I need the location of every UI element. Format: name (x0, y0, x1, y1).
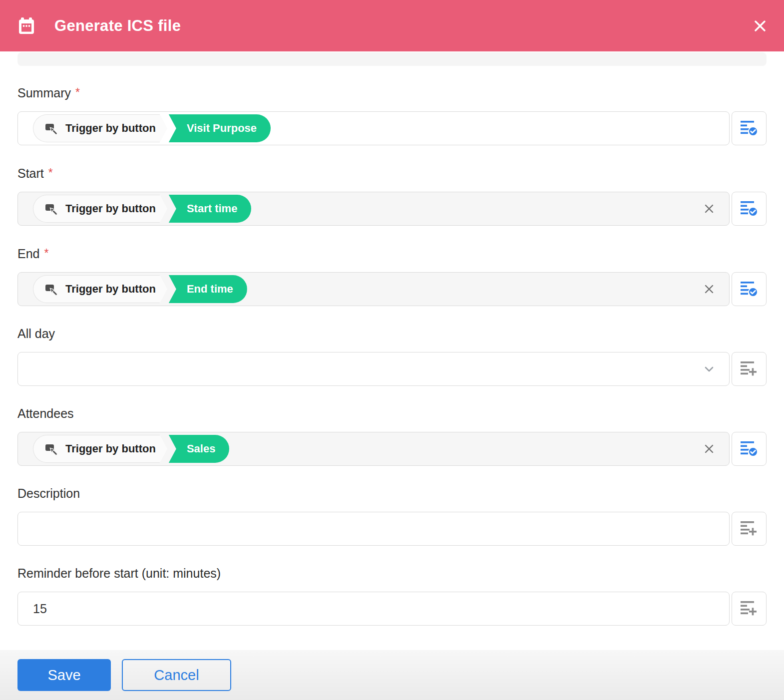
calendar-icon (16, 16, 36, 36)
list-check-icon (740, 440, 759, 457)
end-input[interactable]: Trigger by button End time (17, 272, 730, 306)
insert-field-button-start[interactable] (732, 192, 767, 226)
field-label-start: Start* (17, 165, 767, 181)
tag-value-label: Sales (169, 435, 230, 463)
tag-arrow (160, 195, 167, 223)
insert-field-button-summary[interactable] (732, 111, 767, 145)
tag-value-label: Start time (169, 195, 251, 223)
summary-input[interactable]: Trigger by button Visit Purpose (17, 111, 730, 145)
attendees-input[interactable]: Trigger by button Sales (17, 432, 730, 466)
mapped-tag-summary[interactable]: Trigger by button Visit Purpose (33, 114, 271, 142)
mapped-tag-end[interactable]: Trigger by button End time (33, 275, 247, 303)
field-end: Trigger by button End time (17, 272, 767, 306)
chevron-down-icon[interactable] (702, 362, 716, 376)
required-marker: * (75, 86, 80, 99)
tag-arrow (160, 435, 167, 463)
required-marker: * (48, 166, 53, 179)
mapped-tag-attendees[interactable]: Trigger by button Sales (33, 435, 229, 463)
field-label-reminder: Reminder before start (unit: minutes) (17, 566, 767, 581)
insert-field-button-attendees[interactable] (732, 432, 767, 466)
tag-source-label: Trigger by button (65, 122, 156, 135)
save-button[interactable]: Save (17, 659, 111, 691)
insert-field-button-reminder[interactable] (732, 592, 767, 626)
list-plus-icon (740, 600, 759, 617)
clear-button-attendees[interactable] (702, 442, 716, 456)
tag-source-label: Trigger by button (65, 442, 156, 455)
required-marker: * (44, 247, 48, 260)
field-label-attendees: Attendees (17, 406, 767, 421)
field-summary: Trigger by button Visit Purpose (17, 111, 767, 145)
reminder-value: 15 (33, 602, 47, 616)
field-label-end: End* (17, 246, 767, 261)
start-input[interactable]: Trigger by button Start time (17, 192, 730, 226)
field-label-summary: Summary* (17, 85, 767, 100)
list-plus-icon (740, 360, 759, 377)
x-icon (702, 442, 716, 456)
close-button[interactable] (751, 17, 769, 35)
dialog-title: Generate ICS file (54, 17, 181, 35)
tag-arrow (160, 275, 167, 303)
tag-source-label: Trigger by button (65, 202, 156, 215)
x-icon (702, 202, 716, 216)
field-start: Trigger by button Start time (17, 192, 767, 226)
form-body: Summary* Trigger by button Vi (0, 85, 784, 626)
list-plus-icon (740, 520, 759, 537)
field-description (17, 512, 767, 546)
tag-arrow (160, 114, 167, 142)
field-label-all-day: All day (17, 326, 767, 341)
insert-field-button-all-day[interactable] (732, 352, 767, 386)
reminder-input[interactable]: 15 (17, 592, 730, 626)
insert-field-button-end[interactable] (732, 272, 767, 306)
cancel-button[interactable]: Cancel (122, 659, 231, 691)
button-click-icon (44, 442, 58, 456)
mapped-tag-start[interactable]: Trigger by button Start time (33, 195, 251, 223)
clear-button-end[interactable] (702, 282, 716, 296)
description-input[interactable] (17, 512, 730, 546)
button-click-icon (44, 283, 58, 296)
tag-value-label: End time (169, 275, 247, 303)
clear-button-start[interactable] (702, 202, 716, 216)
field-all-day (17, 352, 767, 386)
dialog-header: Generate ICS file (0, 0, 784, 51)
all-day-select[interactable] (17, 352, 730, 386)
tag-value-label: Visit Purpose (169, 114, 271, 142)
button-click-icon (44, 122, 58, 135)
insert-field-button-description[interactable] (732, 512, 767, 546)
list-check-icon (740, 120, 759, 137)
field-attendees: Trigger by button Sales (17, 432, 767, 466)
button-click-icon (44, 202, 58, 216)
field-reminder: 15 (17, 592, 767, 626)
x-icon (702, 282, 716, 296)
field-label-description: Description (17, 486, 767, 501)
close-icon (751, 17, 769, 35)
tag-source-label: Trigger by button (65, 283, 156, 296)
dialog-footer: Save Cancel (0, 650, 784, 700)
scrolled-content-strip (17, 52, 767, 66)
list-check-icon (740, 200, 759, 217)
list-check-icon (740, 281, 759, 298)
